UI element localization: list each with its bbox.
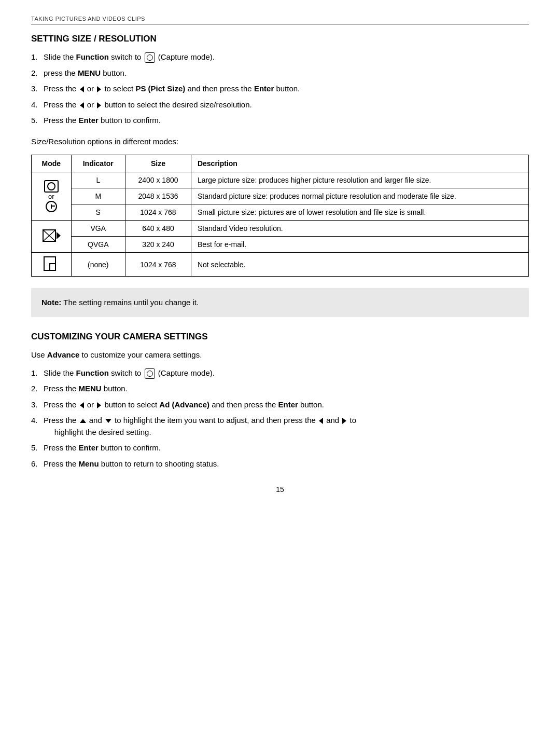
step-3: 3. Press the or to select PS (Pict Size)… [31,83,529,95]
size-M: 2048 x 1536 [125,188,191,204]
indicator-QVGA: QVGA [71,237,125,253]
intro-rest: to customize your camera settings. [79,350,202,359]
timer-icon [46,201,57,212]
camera-icon [44,180,59,193]
section2-intro: Use Advance to customize your camera set… [31,349,529,361]
col-indicator: Indicator [71,155,125,172]
step-3-ps: PS (Pict Size) [135,84,185,93]
s2-step-2-num: 2. [31,383,38,395]
step-2-menu: MENU [78,69,101,77]
step-4: 4. Press the or button to select the des… [31,99,529,111]
step-4-num: 4. [31,99,38,111]
s2-step-5: 5. Press the Enter button to confirm. [31,442,529,454]
page-number: 15 [31,485,529,494]
table-row: (none) 1024 x 768 Not selectable. [32,253,529,277]
s2-s3-ad: Ad (Advance) [159,400,209,409]
desc-VGA: Standard Video resolution. [191,221,528,237]
s2-step-4-num: 4. [31,415,38,427]
s2-s1-function: Function [76,368,109,377]
s2-s3-enter: Enter [278,400,298,409]
right-arrow-s1s3 [97,86,101,92]
s2-step-3-num: 3. [31,399,38,411]
s2-up-s4 [80,419,86,423]
mode-cell-camera: or [32,172,72,221]
step-1-function: Function [76,52,109,61]
table-row: M 2048 x 1536 Standard picture size: pro… [32,188,529,204]
section1-steps: 1. Slide the Function switch to (Capture… [31,51,529,127]
s2-step-6-num: 6. [31,458,38,470]
desc-QVGA: Best for e-mail. [191,237,528,253]
section1-title: Setting Size / Resolution [31,34,529,44]
s2-s2-menu: MENU [79,384,102,393]
left-arrow-s1s4 [80,102,84,108]
step-5-enter: Enter [79,116,99,125]
size-none: 1024 x 768 [125,253,191,277]
intro-bold: Advance [47,350,80,359]
size-L: 2400 x 1800 [125,172,191,188]
s2-step-3: 3. Press the or button to select Ad (Adv… [31,399,529,411]
desc-M: Standard picture size: produces normal p… [191,188,528,204]
s2-step-5-num: 5. [31,442,38,454]
s2-step-2: 2. Press the MENU button. [31,383,529,395]
page: Taking Pictures and Videos Clips Setting… [0,0,560,753]
s2-step-4: 4. Press the and to highlight the item y… [31,415,529,438]
s2-step-1: 1. Slide the Function switch to (Capture… [31,367,529,379]
table-row: QVGA 320 x 240 Best for e-mail. [32,237,529,253]
capture-mode-icon-s1 [145,52,155,63]
step-5: 5. Press the Enter button to confirm. [31,115,529,127]
video-icon [42,228,61,243]
s2-s5-enter: Enter [79,443,99,452]
s2-right-s4 [342,418,346,424]
section2-steps: 1. Slide the Function switch to (Capture… [31,367,529,470]
right-arrow-s1s4 [97,102,101,108]
mode-cell-video [32,221,72,253]
indicator-M: M [71,188,125,204]
page-header: Taking Pictures and Videos Clips [31,16,529,24]
header-text: Taking Pictures and Videos Clips [31,16,145,22]
desc-none: Not selectable. [191,253,528,277]
s2-step-6: 6. Press the Menu button to return to sh… [31,458,529,470]
step-3-enter: Enter [254,84,274,93]
intro-text: Use [31,350,47,359]
s2-left-s4 [319,418,323,424]
step-2: 2. press the MENU button. [31,67,529,79]
note-box: Note: The setting remains until you chan… [31,288,529,317]
desc-S: Small picture size: pictures are of lowe… [191,204,528,221]
mode-cell-playback [32,253,72,277]
playback-icon [44,256,59,271]
col-mode: Mode [32,155,72,172]
indicator-S: S [71,204,125,221]
size-S: 1024 x 768 [125,204,191,221]
step-1-num: 1. [31,51,38,63]
indicator-VGA: VGA [71,221,125,237]
indicator-none: (none) [71,253,125,277]
section2-title: Customizing Your Camera Settings [31,332,529,342]
step-1: 1. Slide the Function switch to (Capture… [31,51,529,63]
size-VGA: 640 x 480 [125,221,191,237]
indicator-L: L [71,172,125,188]
note-text: The setting remains until you change it. [61,298,199,307]
s2-down-s4 [105,419,111,423]
svg-marker-3 [57,232,61,239]
mode-or-text: or [38,193,65,201]
resolution-table: Mode Indicator Size Description or L 240… [31,155,529,277]
capture-mode-icon-s2 [145,368,155,379]
table-row: S 1024 x 768 Small picture size: picture… [32,204,529,221]
note-bold: Note: [41,298,61,307]
s2-step-1-num: 1. [31,367,38,379]
col-description: Description [191,155,528,172]
size-note: Size/Resolution options in different mod… [31,136,529,148]
s2-right-s3 [97,402,101,408]
svg-rect-5 [50,264,55,270]
desc-L: Large picture size: produces higher pict… [191,172,528,188]
size-QVGA: 320 x 240 [125,237,191,253]
step-2-num: 2. [31,67,38,79]
step-5-num: 5. [31,115,38,127]
s2-s6-menu: Menu [79,459,99,468]
left-arrow-s1s3 [80,86,84,92]
col-size: Size [125,155,191,172]
step-3-num: 3. [31,83,38,95]
s2-left-s3 [80,402,84,408]
table-row: VGA 640 x 480 Standard Video resolution. [32,221,529,237]
table-row: or L 2400 x 1800 Large picture size: pro… [32,172,529,188]
